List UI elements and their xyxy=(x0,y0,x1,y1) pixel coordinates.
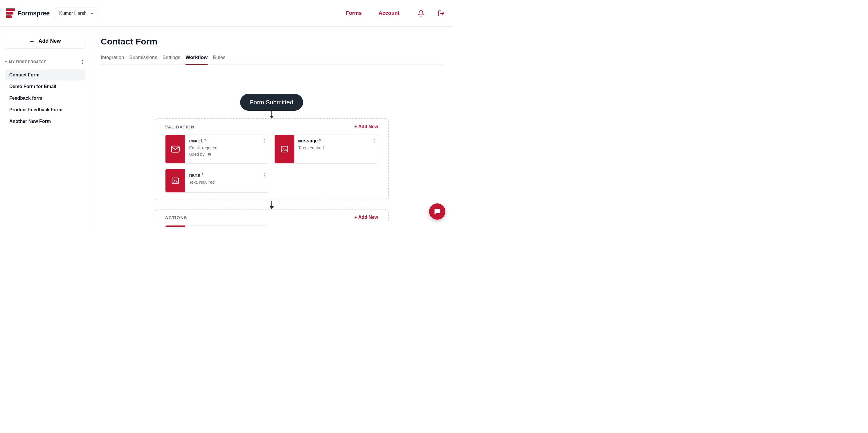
page-title: Contact Form xyxy=(101,37,442,47)
action-card-email[interactable]: Email xyxy=(165,225,269,227)
bell-icon xyxy=(417,10,425,17)
sidebar-item-label: Product Feedback Form xyxy=(9,107,62,112)
tab-label: Settings xyxy=(162,55,180,60)
tab-label: Rules xyxy=(213,55,225,60)
sidebar-item-product-feedback[interactable]: Product Feedback Form xyxy=(5,104,85,115)
project-name: MY FIRST PROJECT xyxy=(9,60,46,64)
arrow-down-icon xyxy=(272,111,272,117)
actions-title: ACTIONS xyxy=(165,215,187,220)
arrow-down-icon xyxy=(272,201,272,207)
card-menu-button[interactable] xyxy=(374,139,374,143)
actions-add-new-button[interactable]: + Add New xyxy=(354,215,378,220)
account-selector[interactable]: Kumar Harsh xyxy=(55,7,98,19)
project-menu-button[interactable] xyxy=(80,59,85,65)
validation-card-message[interactable]: Aa message * Text, required xyxy=(274,135,378,164)
sidebar-item-contact-form[interactable]: Contact Form xyxy=(5,69,85,81)
add-new-label: Add New xyxy=(38,38,61,44)
required-asterisk-icon: * xyxy=(202,173,203,178)
logout-icon xyxy=(438,10,445,17)
sidebar-item-feedback-form[interactable]: Feedback form xyxy=(5,93,85,104)
sidebar-item-label: Another New Form xyxy=(9,119,51,124)
logout-button[interactable] xyxy=(437,9,446,18)
validation-add-new-button[interactable]: + Add New xyxy=(354,124,378,129)
validation-panel: VALIDATION + Add New email * xyxy=(155,118,389,200)
card-title: name xyxy=(189,173,200,178)
chat-icon xyxy=(433,207,441,215)
svg-text:Aa: Aa xyxy=(173,180,177,183)
tab-rules[interactable]: Rules xyxy=(213,53,225,64)
tab-label: Submissions xyxy=(129,55,157,60)
nav-account[interactable]: Account xyxy=(378,10,399,16)
tab-settings[interactable]: Settings xyxy=(162,53,180,64)
project-header[interactable]: ▼ MY FIRST PROJECT xyxy=(5,60,46,64)
sidebar: ＋ Add New ▼ MY FIRST PROJECT Contact For… xyxy=(0,27,90,227)
tab-workflow[interactable]: Workflow xyxy=(186,53,208,64)
workflow-start-pill: Form Submitted xyxy=(240,94,303,111)
card-title: email xyxy=(189,139,203,144)
required-asterisk-icon: * xyxy=(205,138,206,143)
brand-logo[interactable]: Formspree xyxy=(6,8,50,19)
sidebar-item-demo-form[interactable]: Demo Form for Email xyxy=(5,81,85,92)
plus-icon: ＋ xyxy=(29,38,35,44)
chat-button[interactable] xyxy=(429,203,445,220)
validation-card-name[interactable]: Aa name * Text, required xyxy=(165,169,269,193)
tab-integration[interactable]: Integration xyxy=(101,53,124,64)
sidebar-item-label: Demo Form for Email xyxy=(9,84,56,89)
workflow-canvas: Form Submitted VALIDATION + Add New xyxy=(101,65,442,227)
svg-text:Aa: Aa xyxy=(282,148,286,151)
mail-icon xyxy=(165,226,185,227)
add-new-button[interactable]: ＋ Add New xyxy=(5,34,85,49)
chevron-down-icon xyxy=(90,11,94,16)
brand-name: Formspree xyxy=(18,9,50,17)
mail-small-icon xyxy=(207,152,212,156)
account-selector-label: Kumar Harsh xyxy=(59,11,87,16)
main-content: Contact Form Integration Submissions Set… xyxy=(90,27,453,227)
tab-submissions[interactable]: Submissions xyxy=(129,53,157,64)
card-used-by: Used by xyxy=(189,152,205,156)
caret-down-icon: ▼ xyxy=(5,60,7,63)
mail-icon xyxy=(165,135,185,163)
tab-label: Workflow xyxy=(186,55,208,60)
card-subtitle: Text, required xyxy=(299,146,374,150)
card-subtitle: Email, required xyxy=(189,146,265,150)
sidebar-item-another-new-form[interactable]: Another New Form xyxy=(5,116,85,127)
card-subtitle: Text, required xyxy=(189,180,265,184)
tabs: Integration Submissions Settings Workflo… xyxy=(101,53,442,65)
sidebar-item-label: Feedback form xyxy=(9,96,42,100)
text-icon: Aa xyxy=(165,169,185,192)
validation-title: VALIDATION xyxy=(165,124,194,129)
card-title: message xyxy=(299,139,318,144)
sidebar-item-label: Contact Form xyxy=(9,73,39,77)
card-menu-button[interactable] xyxy=(265,139,265,143)
card-menu-button[interactable] xyxy=(265,173,265,178)
app-header: Formspree Kumar Harsh Forms Account xyxy=(0,0,453,27)
text-icon: Aa xyxy=(275,135,294,163)
required-asterisk-icon: * xyxy=(319,138,321,143)
nav-forms[interactable]: Forms xyxy=(346,10,362,16)
logo-mark-icon xyxy=(6,8,15,19)
validation-card-email[interactable]: email * Email, required Used by xyxy=(165,135,269,164)
tab-label: Integration xyxy=(101,55,124,60)
forms-list: Contact Form Demo Form for Email Feedbac… xyxy=(5,69,85,127)
actions-panel: ACTIONS + Add New Email xyxy=(155,209,389,221)
notifications-button[interactable] xyxy=(416,9,426,18)
